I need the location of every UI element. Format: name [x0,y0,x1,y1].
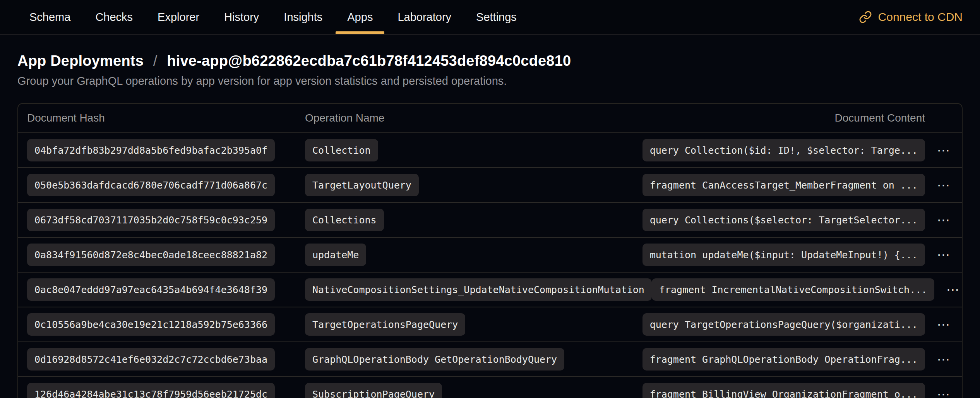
ellipsis-icon: ⋯ [937,318,950,331]
document-content-cell: fragment IncrementalNativeCompositionSwi… [652,278,934,301]
ellipsis-icon: ⋯ [937,353,950,366]
row-menu-button[interactable]: ⋯ [934,140,954,160]
ellipsis-icon: ⋯ [937,178,950,192]
document-hash-chip[interactable]: 050e5b363dafdcacd6780e706cadf771d06a867c [27,174,275,196]
table-body: 04bfa72dfb83b297dd8a5b6fed9bafac2b395a0f… [18,132,962,398]
column-header-document-content: Document Content [835,112,925,124]
row-menu-button[interactable]: ⋯ [934,349,954,369]
page-subtitle: Group your GraphQL operations by app ver… [17,75,963,87]
document-content-chip[interactable]: fragment CanAccessTarget_MemberFragment … [642,174,925,196]
document-content-chip[interactable]: query Collections($selector: TargetSelec… [642,209,925,231]
row-menu-cell: ⋯ [934,245,954,265]
document-hash-chip[interactable]: 0d16928d8572c41ef6e032d2c7c72ccbd6e73baa [27,348,275,371]
operation-name-cell: SubscriptionPageQuery [305,383,642,398]
row-menu-cell: ⋯ [934,349,954,369]
operation-name-cell: TargetOperationsPageQuery [305,313,642,336]
top-nav: SchemaChecksExplorerHistoryInsightsAppsL… [0,0,980,35]
table-row: 0c10556a9be4ca30e19e21c1218a592b75e63366… [18,307,962,341]
operation-name-cell: updateMe [305,244,642,266]
operation-name-cell: GraphQLOperationBody_GetOperationBodyQue… [305,348,642,371]
nav-item-laboratory[interactable]: Laboratory [386,0,463,34]
deployments-table: Document Hash Operation Name Document Co… [17,103,963,398]
breadcrumb: App Deployments / hive-app@b622862ecdba7… [17,53,963,69]
row-menu-cell: ⋯ [934,140,954,160]
table-row: 0673df58cd7037117035b2d0c758f59c0c93c259… [18,202,962,237]
document-hash-cell: 0a834f91560d872e8c4bec0ade18ceec88821a82 [27,244,305,266]
link-icon [859,10,872,24]
document-content-chip[interactable]: fragment BillingView_OrganizationFragmen… [642,383,925,398]
document-hash-cell: 0c10556a9be4ca30e19e21c1218a592b75e63366 [27,313,305,336]
document-content-cell: fragment CanAccessTarget_MemberFragment … [642,174,925,196]
document-content-cell: fragment BillingView_OrganizationFragmen… [642,383,925,398]
table-row: 0d16928d8572c41ef6e032d2c7c72ccbd6e73baa… [18,341,962,376]
connect-to-cdn-button[interactable]: Connect to CDN [859,0,963,34]
row-menu-cell: ⋯ [934,210,954,230]
ellipsis-icon: ⋯ [937,213,950,226]
nav-item-schema[interactable]: Schema [18,0,82,34]
document-content-chip[interactable]: query TargetOperationsPageQuery($organiz… [642,313,925,336]
nav-item-explorer[interactable]: Explorer [146,0,211,34]
document-hash-cell: 0ac8e047eddd97a97eac6435a4b694f4e3648f39 [27,278,305,301]
document-hash-chip[interactable]: 126d46a4284abe31c13c78f7959d56eeb21725dc [27,383,275,398]
table-header-row: Document Hash Operation Name Document Co… [18,104,962,132]
document-hash-chip[interactable]: 0a834f91560d872e8c4bec0ade18ceec88821a82 [27,244,275,266]
document-hash-cell: 126d46a4284abe31c13c78f7959d56eeb21725dc [27,383,305,398]
document-content-chip[interactable]: fragment IncrementalNativeCompositionSwi… [652,278,934,301]
document-content-cell: query Collections($selector: TargetSelec… [642,209,925,231]
document-hash-chip[interactable]: 0ac8e047eddd97a97eac6435a4b694f4e3648f39 [27,278,275,301]
row-menu-button[interactable]: ⋯ [934,245,954,265]
ellipsis-icon: ⋯ [937,248,950,261]
operation-name-chip[interactable]: SubscriptionPageQuery [305,383,442,398]
operation-name-chip[interactable]: Collection [305,139,378,161]
operation-name-chip[interactable]: TargetOperationsPageQuery [305,313,465,336]
row-menu-button[interactable]: ⋯ [934,210,954,230]
breadcrumb-app-id: hive-app@b622862ecdba7c61b78f412453def89… [167,53,571,69]
document-hash-cell: 050e5b363dafdcacd6780e706cadf771d06a867c [27,174,305,196]
table-row: 126d46a4284abe31c13c78f7959d56eeb21725dc… [18,376,962,398]
column-header-document-hash: Document Hash [27,112,305,124]
document-hash-cell: 0673df58cd7037117035b2d0c758f59c0c93c259 [27,209,305,231]
document-hash-chip[interactable]: 0673df58cd7037117035b2d0c758f59c0c93c259 [27,209,275,231]
table-row: 0ac8e047eddd97a97eac6435a4b694f4e3648f39… [18,272,962,307]
operation-name-chip[interactable]: GraphQLOperationBody_GetOperationBodyQue… [305,348,564,371]
document-content-chip[interactable]: query Collection($id: ID!, $selector: Ta… [642,139,925,161]
operation-name-cell: NativeCompositionSettings_UpdateNativeCo… [305,278,652,301]
nav-item-insights[interactable]: Insights [272,0,334,34]
table-row: 0a834f91560d872e8c4bec0ade18ceec88821a82… [18,237,962,272]
breadcrumb-separator: / [153,53,158,69]
row-menu-cell: ⋯ [943,280,963,300]
nav-item-history[interactable]: History [212,0,271,34]
row-menu-button[interactable]: ⋯ [934,175,954,195]
document-content-cell: mutation updateMe($input: UpdateMeInput!… [642,244,925,266]
nav-item-apps[interactable]: Apps [336,0,384,34]
nav-item-settings[interactable]: Settings [464,0,528,34]
ellipsis-icon: ⋯ [937,388,950,398]
document-hash-chip[interactable]: 04bfa72dfb83b297dd8a5b6fed9bafac2b395a0f [27,139,275,161]
row-menu-cell: ⋯ [934,384,954,398]
operation-name-chip[interactable]: TargetLayoutQuery [305,174,419,196]
connect-to-cdn-label: Connect to CDN [878,10,963,24]
operation-name-chip[interactable]: Collections [305,209,384,231]
main-nav: SchemaChecksExplorerHistoryInsightsAppsL… [0,0,528,34]
operation-name-chip[interactable]: updateMe [305,244,366,266]
page-header: App Deployments / hive-app@b622862ecdba7… [0,35,980,87]
row-menu-button[interactable]: ⋯ [934,314,954,335]
table-row: 04bfa72dfb83b297dd8a5b6fed9bafac2b395a0f… [18,132,962,167]
operation-name-chip[interactable]: NativeCompositionSettings_UpdateNativeCo… [305,278,652,301]
document-content-cell: fragment GraphQLOperationBody_OperationF… [642,348,925,371]
nav-item-checks[interactable]: Checks [84,0,144,34]
document-content-chip[interactable]: mutation updateMe($input: UpdateMeInput!… [642,244,925,266]
document-hash-cell: 04bfa72dfb83b297dd8a5b6fed9bafac2b395a0f [27,139,305,161]
document-content-cell: query TargetOperationsPageQuery($organiz… [642,313,925,336]
row-menu-button[interactable]: ⋯ [943,280,963,300]
ellipsis-icon: ⋯ [937,144,950,157]
breadcrumb-section[interactable]: App Deployments [17,53,144,69]
operation-name-cell: Collection [305,139,642,161]
operation-name-cell: Collections [305,209,642,231]
document-hash-chip[interactable]: 0c10556a9be4ca30e19e21c1218a592b75e63366 [27,313,275,336]
row-menu-cell: ⋯ [934,175,954,195]
row-menu-button[interactable]: ⋯ [934,384,954,398]
document-content-cell: query Collection($id: ID!, $selector: Ta… [642,139,925,161]
document-content-chip[interactable]: fragment GraphQLOperationBody_OperationF… [642,348,925,371]
table-row: 050e5b363dafdcacd6780e706cadf771d06a867c… [18,167,962,202]
